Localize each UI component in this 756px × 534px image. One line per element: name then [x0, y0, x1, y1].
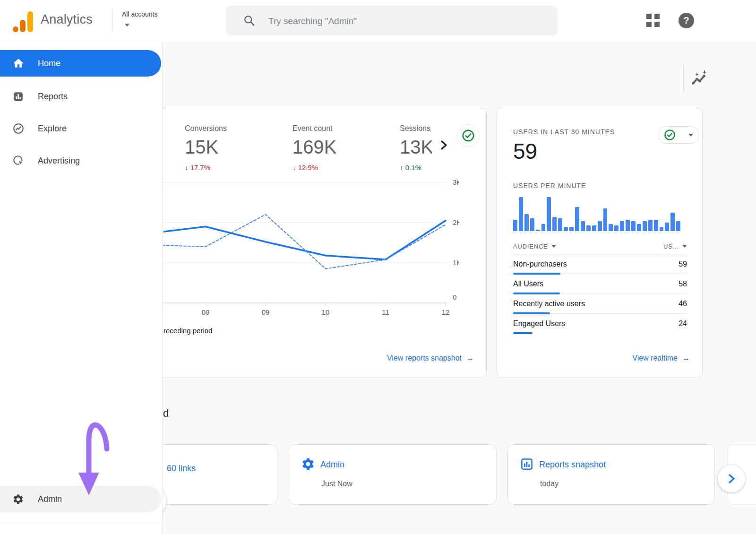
apps-grid-icon[interactable] [646, 14, 660, 27]
home-overview-card: Conversions 15K ↓ 17.7% Event count 169K… [118, 108, 487, 378]
metric-delta: ↓ 12.9% [292, 164, 336, 172]
recent-card-title: Admin [320, 460, 344, 470]
users-per-minute-bar [620, 221, 624, 231]
view-realtime-link[interactable]: View realtime→ [632, 354, 690, 362]
users-column-sort[interactable]: US... [663, 243, 687, 250]
users-per-minute-bar [558, 218, 562, 231]
users-per-minute-bar [513, 220, 517, 231]
users-per-minute-bar [581, 221, 585, 231]
home-icon [12, 57, 25, 69]
help-icon[interactable] [679, 13, 694, 28]
metric-label: Sessions [400, 124, 432, 133]
data-quality-badge[interactable] [457, 124, 480, 147]
view-reports-snapshot-link[interactable]: View reports snapshot→ [387, 354, 474, 362]
realtime-quality-dropdown[interactable] [658, 126, 699, 144]
metric-delta: ↓ 17.7% [185, 164, 227, 172]
ga-home-page: Analytics All accounts [0, 0, 756, 534]
audience-name: Engaged Users [513, 319, 565, 328]
table-row: Engaged Users24 [513, 314, 687, 333]
app-title: Analytics [41, 12, 93, 27]
reports-icon [12, 90, 25, 103]
users-per-minute-axis [513, 231, 680, 233]
realtime-card: USERS IN LAST 30 MINUTES 59 USERS PER MI… [497, 108, 703, 378]
check-circle-icon [664, 129, 676, 141]
account-switcher[interactable]: All accounts [122, 10, 157, 18]
audience-name: Non-purchasers [513, 260, 567, 268]
sidebar-item-admin[interactable]: Admin [0, 486, 161, 512]
audience-table-header: AUDIENCE US... [513, 239, 687, 254]
navigation-drawer: Home Reports Explore [0, 42, 163, 534]
chevron-down-icon [551, 245, 556, 248]
check-circle-icon [462, 129, 475, 142]
gear-icon [301, 457, 315, 471]
realtime-title: USERS IN LAST 30 MINUTES [513, 128, 615, 136]
global-search [226, 6, 558, 35]
compare-note: receding period [163, 327, 212, 335]
sidebar-footer-divider [0, 522, 162, 522]
y-axis-label: 3K [453, 178, 459, 186]
sidebar-item-reports[interactable]: Reports [0, 83, 161, 110]
users-per-minute-bar [626, 220, 630, 231]
audience-table: AUDIENCE US... Non-purchasers59All Users… [513, 239, 687, 333]
sidebar-item-home[interactable]: Home [0, 50, 161, 77]
audience-column-sort[interactable]: AUDIENCE [513, 243, 556, 250]
users-per-minute-bar [541, 224, 546, 231]
users-per-minute-bar [586, 225, 591, 231]
audience-name: Recently active users [513, 300, 585, 308]
recent-section-heading-fragment: d [163, 407, 169, 420]
y-axis-label: 2K [453, 218, 459, 226]
metric-value: 15K [185, 137, 227, 158]
users-per-minute-bar [614, 225, 619, 231]
search-icon [243, 14, 256, 27]
insights-rail-divider [683, 65, 684, 92]
users-per-minute-label: USERS PER MINUTE [513, 182, 586, 189]
google-analytics-logo-icon [12, 8, 34, 33]
search-input[interactable] [267, 6, 543, 36]
audience-users-value: 24 [679, 319, 687, 328]
chevron-down-icon [682, 245, 687, 248]
arrow-right-icon: → [466, 354, 474, 362]
chevron-down-icon [688, 134, 693, 137]
users-per-minute-bar [676, 221, 680, 231]
audience-users-value: 58 [679, 280, 687, 288]
recent-card-reports-snapshot[interactable]: Reports snapshot today [507, 444, 715, 505]
advertising-icon [12, 155, 25, 167]
audience-users-value: 46 [679, 300, 687, 308]
users-per-minute-bar [530, 218, 534, 231]
users-per-minute-bar [654, 220, 658, 231]
metric-value: 13K [400, 137, 432, 158]
users-per-minute-bar [670, 213, 675, 231]
users-per-minute-bar [637, 224, 641, 231]
metric-conversions: Conversions 15K ↓ 17.7% [185, 124, 227, 172]
users-per-minute-bar [643, 221, 647, 231]
recent-card-subtitle: today [540, 480, 558, 488]
sidebar-item-explore[interactable]: Explore [0, 115, 161, 142]
metric-sessions-clipped: Sessions 13K ↑ 0.1% [400, 124, 432, 187]
users-per-minute-bar [603, 208, 608, 231]
top-app-bar: Analytics All accounts [0, 0, 756, 42]
arrow-down-icon: ↓ [292, 164, 296, 172]
chevron-right-icon [725, 473, 738, 485]
users-per-minute-bar [519, 197, 523, 231]
users-per-minute-bar [547, 197, 551, 231]
y-axis-label: 1K [453, 258, 459, 267]
metrics-scroll-right-icon[interactable] [436, 138, 451, 153]
carousel-next-button[interactable] [718, 465, 745, 492]
metric-delta: ↑ 0.1% [400, 164, 432, 172]
recent-card-title: 60 links [167, 464, 196, 474]
insights-icon[interactable] [689, 69, 709, 89]
users-per-minute-bar [575, 207, 579, 231]
metric-value: 169K [292, 137, 336, 158]
explore-icon [12, 122, 25, 135]
recent-card-title: Reports snapshot [539, 460, 606, 470]
sidebar-item-advertising[interactable]: Advertising [0, 147, 161, 174]
users-per-minute-bar [665, 223, 669, 231]
x-axis-label: 08 [202, 308, 210, 316]
header-divider [112, 9, 112, 32]
arrow-right-icon: → [682, 354, 690, 362]
recent-card-admin[interactable]: Admin Just Now [289, 444, 497, 505]
audience-name: All Users [513, 280, 543, 288]
table-row: Non-purchasers59 [513, 254, 687, 274]
bar-chart-icon [520, 457, 534, 471]
users-per-minute-bar [564, 227, 568, 231]
